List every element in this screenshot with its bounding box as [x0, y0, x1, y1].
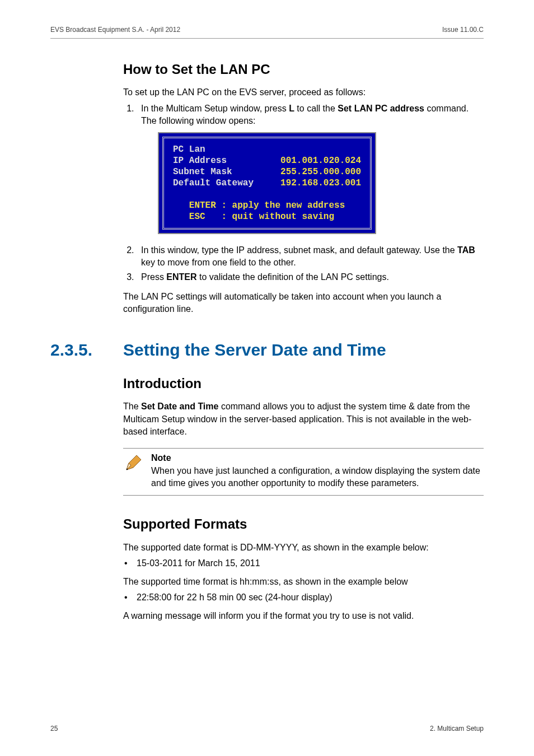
main-heading: 2.3.5. Setting the Server Date and Time [50, 338, 484, 362]
dos-hint: ESC : quit without saving [173, 212, 334, 222]
dos-value: 255.255.000.000 [280, 167, 361, 177]
dos-value: 192.168.023.001 [280, 178, 361, 188]
command-name: Set Date and Time [141, 402, 218, 411]
list-item: 22:58:00 for 22 h 58 min 00 sec (24-hour… [124, 591, 484, 604]
dos-line: Subnet Mask [173, 167, 280, 177]
list-item: Press ENTER to validate the definition o… [137, 271, 484, 283]
key-label: TAB [457, 245, 475, 255]
list-item: 15-03-2011 for March 15, 2011 [124, 557, 484, 570]
page: EVS Broadcast Equipment S.A. - April 201… [0, 0, 534, 756]
dos-window: PC Lan IP Address 001.001.020.024 Subnet… [158, 132, 376, 234]
header-right: Issue 11.00.C [442, 25, 484, 35]
body-text: The LAN PC settings will automatically b… [123, 291, 484, 316]
body-text: A warning message will inform you if the… [123, 610, 484, 622]
body-text: The supported time format is hh:mm:ss, a… [123, 576, 484, 588]
bullet-list: 22:58:00 for 22 h 58 min 00 sec (24-hour… [123, 591, 484, 604]
dos-line: PC Lan [173, 144, 205, 155]
heading-title: Setting the Server Date and Time [123, 338, 386, 362]
pencil-icon [123, 452, 151, 489]
page-header: EVS Broadcast Equipment S.A. - April 201… [50, 25, 484, 39]
dos-inner: PC Lan IP Address 001.001.020.024 Subnet… [162, 137, 372, 230]
main-content: How to Set the LAN PC To set up the LAN … [123, 60, 484, 622]
body-text: In the Multicam Setup window, press [141, 104, 289, 113]
body-text: key to move from one field to the other. [141, 258, 296, 267]
dos-line: Default Gateway [173, 178, 280, 188]
section-title-intro: Introduction [123, 374, 484, 393]
command-name: Set LAN PC address [338, 104, 424, 113]
list-item: In this window, type the IP address, sub… [137, 244, 484, 269]
note-block: Note When you have just launched a confi… [123, 448, 484, 496]
body-text: The [123, 402, 141, 411]
svg-point-2 [127, 469, 128, 470]
body-text: The supported date format is DD-MM-YYYY,… [123, 542, 484, 554]
body-text: In this window, type the IP address, sub… [141, 245, 457, 255]
page-number: 25 [50, 724, 58, 734]
dos-value: 001.001.020.024 [280, 156, 361, 166]
body-text: to validate the definition of the LAN PC… [197, 272, 389, 282]
bullet-list: 15-03-2011 for March 15, 2011 [123, 557, 484, 570]
steps-list: In the Multicam Setup window, press L to… [123, 102, 484, 284]
list-item: In the Multicam Setup window, press L to… [137, 102, 484, 242]
note-text: Note When you have just launched a confi… [151, 452, 484, 489]
dos-line: IP Address [173, 156, 280, 166]
dos-hint: ENTER : apply the new address [173, 200, 345, 211]
key-label: L [289, 104, 294, 113]
note-body: When you have just launched a configurat… [151, 466, 480, 488]
header-left: EVS Broadcast Equipment S.A. - April 201… [50, 25, 180, 35]
heading-number: 2.3.5. [50, 338, 123, 362]
body-text: The Set Date and Time command allows you… [123, 400, 484, 438]
section-title-formats: Supported Formats [123, 515, 484, 534]
body-text: Press [141, 272, 166, 282]
key-label: ENTER [166, 272, 196, 282]
section-title-lanpc: How to Set the LAN PC [123, 60, 484, 79]
body-text: To set up the LAN PC on the EVS server, … [123, 86, 484, 99]
page-footer: 25 2. Multicam Setup [50, 724, 484, 734]
footer-right: 2. Multicam Setup [430, 724, 484, 734]
note-label: Note [151, 453, 171, 463]
body-text: to call the [294, 104, 338, 113]
